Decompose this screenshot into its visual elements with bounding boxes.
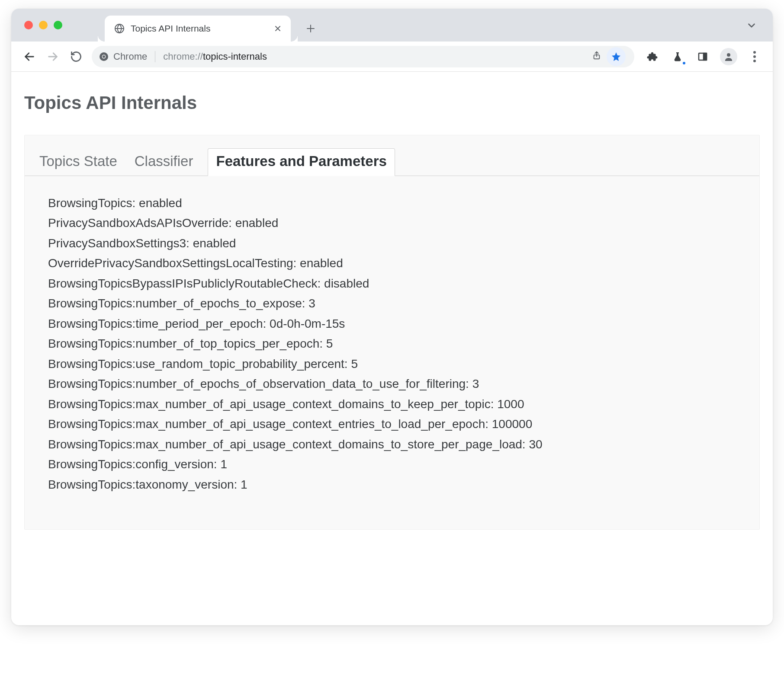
toolbar: Chrome chrome://topics-internals (11, 42, 773, 72)
url-text: chrome://topics-internals (163, 51, 267, 62)
flask-icon (672, 51, 683, 62)
person-icon (723, 51, 734, 62)
param-line: BrowsingTopics:use_random_topic_probabil… (48, 354, 742, 374)
forward-button[interactable] (45, 49, 61, 64)
tab-topics-state[interactable]: Topics State (37, 153, 120, 176)
tab-classifier[interactable]: Classifier (132, 153, 196, 176)
svg-point-9 (103, 55, 105, 58)
param-line: BrowsingTopics:number_of_epochs_of_obser… (48, 374, 742, 394)
close-tab-button[interactable] (272, 22, 284, 35)
back-button[interactable] (22, 49, 37, 64)
page-title: Topics API Internals (24, 93, 760, 113)
chip-divider (155, 51, 155, 62)
param-line: BrowsingTopics:max_number_of_api_usage_c… (48, 394, 742, 414)
browser-window: Topics API Internals (11, 9, 773, 625)
labs-badge-icon (682, 61, 686, 65)
site-chip[interactable]: Chrome (99, 51, 147, 62)
star-icon (611, 51, 621, 62)
tab-strip: Topics API Internals (11, 9, 773, 42)
url-path: topics-internals (203, 51, 267, 62)
window-zoom-button[interactable] (54, 21, 62, 29)
share-icon[interactable] (592, 51, 601, 63)
window-controls (24, 21, 62, 29)
param-line: BrowsingTopics:time_period_per_epoch: 0d… (48, 314, 742, 334)
window-close-button[interactable] (24, 21, 33, 29)
labs-button[interactable] (670, 49, 685, 64)
svg-point-13 (727, 53, 730, 57)
menu-button[interactable] (747, 49, 762, 64)
param-line: BrowsingTopicsBypassIPIsPubliclyRoutable… (48, 274, 742, 294)
window-minimize-button[interactable] (39, 21, 48, 29)
kebab-icon (753, 51, 756, 62)
param-line: BrowsingTopics:max_number_of_api_usage_c… (48, 414, 742, 434)
internals-tabs: Topics StateClassifierFeatures and Param… (25, 135, 759, 176)
site-chip-label: Chrome (113, 51, 147, 62)
param-line: OverridePrivacySandboxSettingsLocalTesti… (48, 253, 742, 273)
url-scheme: chrome:// (163, 51, 203, 62)
internals-panel: Topics StateClassifierFeatures and Param… (24, 135, 760, 530)
param-line: BrowsingTopics:max_number_of_api_usage_c… (48, 435, 742, 454)
params-list: BrowsingTopics: enabledPrivacySandboxAds… (25, 176, 759, 529)
param-line: BrowsingTopics:number_of_epochs_to_expos… (48, 294, 742, 313)
browser-tab[interactable]: Topics API Internals (105, 16, 291, 42)
param-line: BrowsingTopics: enabled (48, 193, 742, 213)
chrome-icon (99, 51, 109, 62)
svg-rect-12 (704, 53, 707, 60)
param-line: BrowsingTopics:taxonomy_version: 1 (48, 475, 742, 495)
extensions-button[interactable] (645, 49, 660, 64)
reload-button[interactable] (68, 49, 84, 64)
new-tab-button[interactable] (301, 19, 320, 38)
sidepanel-button[interactable] (695, 49, 710, 64)
tab-features-and-parameters[interactable]: Features and Parameters (208, 148, 395, 176)
tabs-dropdown-button[interactable] (746, 20, 757, 33)
toolbar-actions (645, 48, 762, 65)
param-line: BrowsingTopics:number_of_top_topics_per_… (48, 334, 742, 354)
omnibox[interactable]: Chrome chrome://topics-internals (92, 46, 634, 67)
param-line: PrivacySandboxSettings3: enabled (48, 233, 742, 253)
param-line: BrowsingTopics:config_version: 1 (48, 454, 742, 474)
param-line: PrivacySandboxAdsAPIsOverride: enabled (48, 213, 742, 233)
globe-icon (114, 23, 125, 34)
profile-button[interactable] (720, 48, 737, 65)
browser-tab-title: Topics API Internals (131, 23, 266, 34)
bookmark-button[interactable] (607, 47, 626, 66)
panel-icon (697, 51, 708, 62)
puzzle-icon (647, 51, 658, 62)
page-content: Topics API Internals Topics StateClassif… (11, 72, 773, 625)
